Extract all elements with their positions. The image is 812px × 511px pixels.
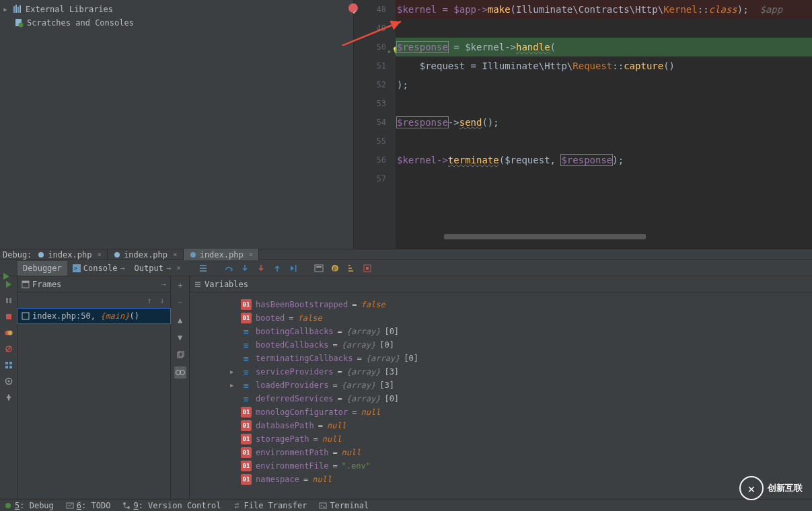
variable-row[interactable]: 01booted = false (230, 311, 812, 325)
debug-session-tab[interactable]: index.php × (108, 249, 184, 260)
array-icon: ≡ (241, 366, 252, 377)
run-to-cursor-button[interactable] (286, 261, 301, 276)
expand-icon[interactable]: ▶ (230, 382, 237, 389)
close-icon[interactable]: × (174, 264, 181, 272)
layout-button[interactable] (3, 360, 14, 370)
step-into-button[interactable] (237, 261, 252, 276)
debug-side-toolbar (0, 276, 17, 500)
variable-row[interactable]: ≡terminatingCallbacks = {array} [0] (230, 352, 812, 365)
expand-icon[interactable]: ▶ (230, 368, 237, 375)
sort-button[interactable] (344, 261, 359, 276)
svg-point-8 (114, 252, 120, 258)
tree-external-libraries[interactable]: ▶ External Libraries (0, 3, 353, 16)
close-icon[interactable]: × (170, 250, 178, 259)
svg-rect-33 (22, 281, 29, 283)
svg-rect-14 (316, 266, 322, 268)
project-tree[interactable]: ▶ External Libraries Scratches and Conso… (0, 0, 354, 249)
variable-row[interactable]: ≡bootingCallbacks = {array} [0] (230, 325, 812, 338)
close-icon[interactable]: × (94, 250, 102, 259)
variable-row[interactable]: ▶≡loadedProviders = {array} [3] (230, 379, 812, 392)
code-editor[interactable]: 48 💡49 ➤50 51 52 53 54 55 56 57 $kernel … (354, 0, 812, 249)
field-icon: 01 (241, 313, 252, 323)
editor-gutter[interactable]: 48 💡49 ➤50 51 52 53 54 55 56 57 (354, 0, 396, 249)
variable-row[interactable]: 01monologConfigurator = null (230, 405, 812, 419)
settings-button[interactable] (3, 376, 14, 387)
copy-watch-button[interactable] (174, 349, 186, 361)
stop-button[interactable] (3, 311, 14, 322)
libraries-icon (12, 4, 23, 15)
pin-button[interactable] (3, 392, 14, 403)
svg-point-23 (7, 331, 12, 336)
frames-title: Frames (32, 280, 61, 289)
scratches-icon (13, 17, 24, 28)
svg-rect-19 (6, 298, 8, 303)
toolwindow-file-transfer[interactable]: File Transfer (233, 501, 307, 510)
frame-icon (22, 312, 30, 320)
variable-row[interactable]: 01hasBeenBootstrapped = false (230, 298, 812, 311)
show-watches-button[interactable] (174, 366, 186, 379)
breakpoint-icon[interactable] (348, 3, 358, 13)
svg-point-5 (19, 23, 24, 28)
toolwindow-debug[interactable]: 5: Debug (4, 501, 54, 510)
svg-rect-2 (17, 7, 19, 13)
variable-row[interactable]: 01environmentPath = null (230, 446, 812, 459)
field-icon: 01 (241, 447, 252, 458)
frame-row[interactable]: index.php:50, {main} () (17, 309, 170, 323)
code-body[interactable]: $kernel = $app->make(Illuminate\Contract… (396, 0, 812, 249)
svg-rect-29 (9, 366, 12, 368)
frames-icon (22, 280, 30, 288)
add-watch-button[interactable]: ＋ (174, 279, 186, 291)
variables-icon (194, 280, 202, 288)
svg-rect-36 (179, 351, 184, 356)
execution-pointer-icon: ➤ (387, 43, 392, 62)
terminal-icon (319, 502, 327, 510)
watch-down-button[interactable]: ▼ (174, 331, 186, 344)
field-icon: 01 (241, 434, 252, 444)
toolwindow-todo[interactable]: 6: TODO (66, 501, 111, 510)
bug-icon (113, 251, 121, 259)
debug-session-tab[interactable]: index.php × (184, 249, 260, 260)
tree-arrow-icon[interactable]: ▶ (1, 6, 9, 13)
show-execution-point-button[interactable] (196, 261, 211, 276)
variable-row[interactable]: 01storagePath = null (230, 432, 812, 446)
step-over-button[interactable] (221, 261, 236, 276)
variable-row[interactable]: ≡bootedCallbacks = {array} [0] (230, 338, 812, 352)
debug-session-tab[interactable]: index.php × (32, 249, 108, 260)
watch-up-button[interactable]: ▲ (174, 314, 186, 326)
trace-button[interactable]: @ (328, 261, 342, 276)
memory-button[interactable] (360, 261, 375, 276)
svg-point-41 (123, 502, 126, 505)
toolwindow-terminal[interactable]: Terminal (319, 501, 369, 510)
force-step-into-button[interactable] (254, 261, 268, 276)
frame-up-button[interactable]: ↑ (147, 296, 152, 305)
view-breakpoints-button[interactable] (3, 327, 14, 338)
step-out-button[interactable] (270, 261, 285, 276)
pause-button[interactable] (3, 295, 14, 306)
close-icon[interactable]: × (246, 250, 254, 259)
array-icon: ≡ (241, 380, 252, 391)
rerun-button[interactable] (1, 272, 11, 283)
evaluate-expression-button[interactable] (311, 261, 326, 276)
mute-breakpoints-button[interactable] (3, 344, 14, 354)
variable-row[interactable]: ▶≡serviceProviders = {array} [3] (230, 365, 812, 379)
remove-watch-button[interactable]: － (174, 297, 186, 309)
field-icon: 01 (241, 461, 252, 471)
thread-arrow-icon[interactable]: → (161, 280, 166, 289)
tab-console[interactable]: > Console → (69, 261, 129, 276)
frame-down-button[interactable]: ↓ (160, 296, 165, 305)
tree-scratches[interactable]: Scratches and Consoles (0, 16, 353, 30)
bug-icon (37, 251, 45, 259)
toolwindow-version-control[interactable]: 9: Version Control (122, 501, 221, 510)
variable-row[interactable]: 01databasePath = null (230, 419, 812, 432)
transfer-icon (233, 502, 241, 510)
todo-icon (66, 502, 74, 510)
variable-row[interactable]: 01namespace = null (230, 473, 812, 486)
variable-row[interactable]: 01environmentFile = ".env" (230, 459, 812, 473)
tab-debugger[interactable]: Debugger (17, 261, 67, 276)
variable-row[interactable]: ≡deferredServices = {array} [0] (230, 392, 812, 405)
horizontal-scrollbar[interactable] (444, 234, 812, 242)
tab-output[interactable]: Output → × (131, 261, 185, 276)
vcs-icon (122, 502, 131, 510)
field-icon: 01 (241, 474, 252, 485)
debug-toolbar: Debugger > Console → Output → × @ (0, 260, 812, 276)
